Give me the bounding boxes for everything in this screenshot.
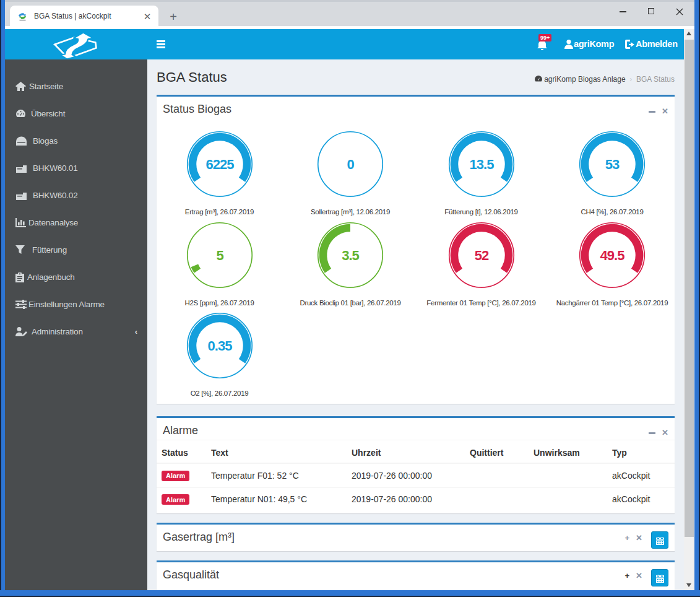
svg-text:53: 53 — [605, 157, 620, 172]
svg-text:3.5: 3.5 — [342, 248, 359, 263]
svg-text:13.5: 13.5 — [469, 157, 494, 172]
svg-text:49.5: 49.5 — [600, 248, 625, 263]
svg-text:0: 0 — [347, 157, 354, 172]
svg-text:0.35: 0.35 — [207, 338, 232, 354]
svg-text:6225: 6225 — [205, 157, 234, 172]
svg-text:5: 5 — [216, 248, 223, 263]
svg-text:52: 52 — [474, 248, 488, 263]
